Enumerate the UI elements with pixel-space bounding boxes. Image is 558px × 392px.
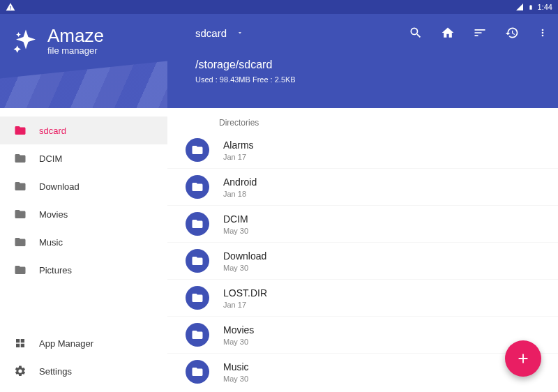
search-icon[interactable]	[409, 26, 423, 40]
directory-row[interactable]: DownloadMay 30	[167, 243, 558, 280]
home-icon[interactable]	[441, 26, 455, 40]
sidebar-item-label: App Manager	[39, 338, 93, 349]
appbar: sdcard /storage/sdcard Used : 98.43MB Fr…	[167, 14, 558, 108]
app-title: Amaze	[47, 27, 104, 45]
folder-chip	[186, 360, 209, 384]
directory-row[interactable]: AndroidJan 18	[167, 169, 558, 206]
path: /storage/sdcard	[195, 59, 548, 71]
sidebar-header: Amaze file manager	[0, 14, 167, 108]
sidebar-item-label: Pictures	[39, 265, 72, 276]
folder-icon	[191, 218, 204, 230]
sidebar-nav: sdcardDCIMDownloadMoviesMusicPictures	[0, 108, 167, 325]
sidebar-bottom: App ManagerSettings	[0, 325, 167, 392]
folder-icon	[191, 292, 204, 304]
directory-row[interactable]: AlarmsJan 17	[167, 132, 558, 169]
directory-name: Movies	[223, 324, 254, 336]
directory-row[interactable]: MusicMay 30	[167, 354, 558, 390]
sidebar-item-label: DCIM	[39, 153, 62, 164]
directory-name: Music	[223, 361, 249, 372]
app-logo-icon	[11, 27, 40, 56]
sidebar-item-movies[interactable]: Movies	[0, 200, 167, 228]
sidebar-item-music[interactable]: Music	[0, 228, 167, 256]
sidebar-item-settings[interactable]: Settings	[0, 357, 167, 385]
storage-usage: Used : 98.43MB Free : 2.5KB	[195, 75, 548, 84]
directory-name: LOST.DIR	[223, 287, 267, 299]
overflow-menu-icon[interactable]	[537, 26, 548, 40]
directory-date: Jan 18	[223, 190, 257, 198]
sidebar-item-dcim[interactable]: DCIM	[0, 144, 167, 172]
sidebar-item-download[interactable]: Download	[0, 172, 167, 200]
breadcrumb[interactable]: sdcard	[195, 27, 243, 39]
sidebar-item-label: Download	[39, 181, 80, 192]
section-label: Directories	[167, 108, 558, 132]
folder-icon	[191, 181, 204, 193]
folder-icon	[191, 144, 204, 156]
directory-row[interactable]: LOST.DIRJan 17	[167, 280, 558, 317]
app-subtitle: file manager	[47, 45, 104, 57]
directory-date: Jan 17	[223, 153, 254, 161]
folder-chip	[186, 212, 209, 236]
directory-date: May 30	[223, 375, 249, 383]
warning-icon	[6, 2, 15, 12]
directory-name: Alarms	[223, 140, 254, 151]
directory-date: May 30	[223, 338, 254, 346]
folder-icon	[191, 365, 204, 378]
folder-chip	[186, 323, 209, 347]
directory-name: Android	[223, 176, 257, 188]
folder-icon	[191, 255, 204, 267]
status-bar: 1:44	[0, 0, 558, 14]
directory-date: May 30	[223, 264, 266, 272]
sidebar-item-label: sdcard	[39, 126, 66, 136]
signal-icon	[515, 3, 524, 11]
sidebar-item-pictures[interactable]: Pictures	[0, 256, 167, 284]
directory-name: DCIM	[223, 213, 248, 225]
sidebar-item-label: Movies	[39, 209, 68, 220]
directory-name: Download	[223, 250, 266, 262]
directory-date: Jan 17	[223, 301, 267, 309]
fab-add-button[interactable]	[505, 340, 541, 377]
directory-date: May 30	[223, 227, 248, 235]
folder-chip	[186, 138, 209, 162]
sidebar-item-sdcard[interactable]: sdcard	[0, 116, 167, 144]
directory-row[interactable]: MoviesMay 30	[167, 317, 558, 354]
sidebar-item-label: Settings	[39, 366, 72, 377]
folder-icon	[191, 329, 204, 341]
battery-icon	[528, 3, 534, 12]
breadcrumb-label: sdcard	[195, 27, 227, 39]
clock: 1:44	[538, 3, 552, 11]
folder-chip	[186, 175, 209, 199]
file-list: AlarmsJan 17AndroidJan 18DCIMMay 30Downl…	[167, 132, 558, 392]
folder-chip	[186, 286, 209, 310]
plus-icon	[515, 351, 531, 366]
chevron-down-icon	[236, 29, 243, 36]
sidebar-item-app-manager[interactable]: App Manager	[0, 329, 167, 357]
sidebar-item-label: Music	[39, 237, 63, 248]
sidebar: Amaze file manager sdcardDCIMDownloadMov…	[0, 14, 167, 392]
content: sdcard /storage/sdcard Used : 98.43MB Fr…	[167, 14, 558, 392]
directory-row[interactable]: DCIMMay 30	[167, 206, 558, 243]
history-icon[interactable]	[505, 26, 519, 40]
sort-icon[interactable]	[473, 26, 487, 40]
folder-chip	[186, 249, 209, 273]
